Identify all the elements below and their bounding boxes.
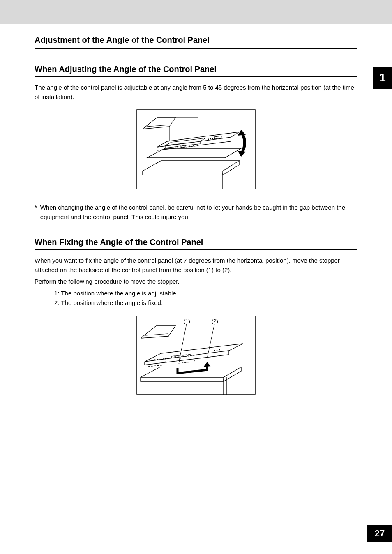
- chapter-tab: 1: [373, 67, 392, 89]
- section-heading-adjusting: When Adjusting the Angle of the Control …: [35, 62, 357, 77]
- svg-point-22: [219, 349, 220, 351]
- caution-marker: *: [35, 203, 37, 222]
- caution-block: * When changing the angle of the control…: [35, 203, 357, 222]
- section1-body: The angle of the control panel is adjust…: [35, 83, 357, 102]
- page-content: Adjustment of the Angle of the Control P…: [0, 24, 392, 396]
- section2-body-p2: Perform the following procedure to move …: [35, 277, 357, 286]
- svg-rect-24: [171, 356, 175, 358]
- caution-text: When changing the angle of the control p…: [40, 203, 357, 222]
- svg-point-3: [208, 138, 209, 140]
- svg-point-20: [214, 350, 215, 351]
- svg-point-21: [217, 350, 218, 351]
- position-list-item-1: 1: The position where the angle is adjus…: [54, 289, 357, 298]
- svg-point-8: [173, 148, 174, 149]
- illustration-panel-angle-icon: [136, 109, 256, 189]
- svg-rect-11: [182, 145, 185, 148]
- figure-fixing-angle: (1) (2): [35, 316, 357, 396]
- svg-point-7: [171, 148, 172, 149]
- position-list-item-2: 2: The position where the angle is fixed…: [54, 298, 357, 307]
- callout-label-1: (1): [184, 318, 190, 324]
- callout-label-2: (2): [212, 318, 218, 324]
- svg-rect-14: [194, 144, 197, 146]
- main-heading: Adjustment of the Angle of the Control P…: [35, 35, 357, 45]
- page-header-bar: [0, 0, 392, 24]
- svg-point-4: [210, 138, 211, 139]
- page-number-tab: 27: [367, 525, 392, 542]
- section-heading-fixing: When Fixing the Angle of the Control Pan…: [35, 235, 357, 250]
- svg-rect-13: [190, 145, 193, 147]
- illustration-stopper-position-icon: (1) (2): [136, 316, 256, 395]
- main-heading-rule: [35, 48, 357, 49]
- section2-body-p1: When you want to fix the angle of the co…: [35, 256, 357, 275]
- figure-adjusting-angle: [35, 109, 357, 191]
- svg-rect-10: [178, 146, 181, 148]
- svg-rect-12: [186, 145, 189, 147]
- position-list: 1: The position where the angle is adjus…: [35, 289, 357, 308]
- svg-point-23: [165, 358, 166, 360]
- svg-point-5: [212, 138, 213, 139]
- svg-rect-25: [175, 355, 179, 358]
- svg-point-9: [175, 147, 177, 148]
